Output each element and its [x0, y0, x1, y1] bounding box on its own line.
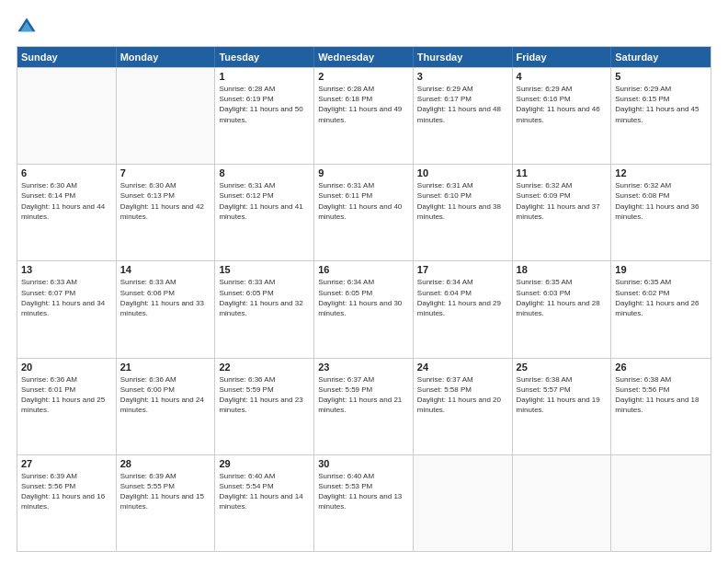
cell-detail: Sunrise: 6:29 AM Sunset: 6:17 PM Dayligh… — [417, 84, 508, 125]
cell-detail: Sunrise: 6:31 AM Sunset: 6:11 PM Dayligh… — [318, 180, 409, 222]
weekday-header: Thursday — [414, 47, 513, 67]
day-number: 3 — [417, 71, 508, 82]
day-number: 8 — [219, 167, 310, 178]
calendar-row: 6Sunrise: 6:30 AM Sunset: 6:14 PM Daylig… — [17, 164, 711, 260]
day-number: 30 — [318, 458, 409, 469]
cell-detail: Sunrise: 6:29 AM Sunset: 6:16 PM Dayligh… — [517, 84, 608, 125]
calendar-cell: 9Sunrise: 6:31 AM Sunset: 6:11 PM Daylig… — [314, 165, 414, 260]
day-number: 14 — [120, 264, 211, 275]
day-number: 21 — [120, 362, 211, 373]
calendar-cell: 8Sunrise: 6:31 AM Sunset: 6:12 PM Daylig… — [215, 165, 314, 260]
day-number: 2 — [318, 71, 409, 82]
cell-detail: Sunrise: 6:36 AM Sunset: 6:00 PM Dayligh… — [120, 374, 211, 416]
day-number: 24 — [417, 362, 508, 373]
day-number: 10 — [417, 167, 508, 178]
calendar-row: 27Sunrise: 6:39 AM Sunset: 5:56 PM Dayli… — [17, 454, 711, 551]
day-number: 15 — [219, 264, 310, 275]
page: SundayMondayTuesdayWednesdayThursdayFrid… — [0, 0, 728, 563]
calendar-cell: 3Sunrise: 6:29 AM Sunset: 6:17 PM Daylig… — [414, 68, 513, 164]
calendar-cell — [513, 455, 612, 551]
cell-detail: Sunrise: 6:28 AM Sunset: 6:18 PM Dayligh… — [318, 84, 409, 125]
calendar-cell: 1Sunrise: 6:28 AM Sunset: 6:19 PM Daylig… — [215, 68, 314, 164]
cell-detail: Sunrise: 6:37 AM Sunset: 5:59 PM Dayligh… — [318, 374, 409, 416]
calendar-cell: 5Sunrise: 6:29 AM Sunset: 6:15 PM Daylig… — [611, 68, 711, 164]
weekday-header: Sunday — [17, 47, 117, 67]
calendar-cell: 21Sunrise: 6:36 AM Sunset: 6:00 PM Dayli… — [117, 359, 216, 454]
cell-detail: Sunrise: 6:32 AM Sunset: 6:09 PM Dayligh… — [517, 180, 608, 222]
calendar-cell — [17, 68, 117, 164]
cell-detail: Sunrise: 6:33 AM Sunset: 6:06 PM Dayligh… — [120, 277, 211, 318]
cell-detail: Sunrise: 6:40 AM Sunset: 5:53 PM Dayligh… — [318, 471, 409, 512]
calendar: SundayMondayTuesdayWednesdayThursdayFrid… — [17, 46, 711, 552]
day-number: 17 — [417, 264, 508, 275]
weekday-header: Friday — [513, 47, 612, 67]
weekday-header: Tuesday — [215, 47, 314, 67]
weekday-header: Monday — [117, 47, 216, 67]
cell-detail: Sunrise: 6:39 AM Sunset: 5:56 PM Dayligh… — [21, 471, 112, 512]
day-number: 26 — [615, 362, 707, 373]
weekday-header: Saturday — [611, 47, 711, 67]
header — [17, 17, 711, 37]
cell-detail: Sunrise: 6:34 AM Sunset: 6:05 PM Dayligh… — [318, 277, 409, 318]
calendar-cell: 26Sunrise: 6:38 AM Sunset: 5:56 PM Dayli… — [611, 359, 711, 454]
calendar-cell: 11Sunrise: 6:32 AM Sunset: 6:09 PM Dayli… — [513, 165, 612, 260]
calendar-row: 1Sunrise: 6:28 AM Sunset: 6:19 PM Daylig… — [17, 67, 711, 164]
calendar-cell: 15Sunrise: 6:33 AM Sunset: 6:05 PM Dayli… — [215, 261, 314, 357]
calendar-cell: 7Sunrise: 6:30 AM Sunset: 6:13 PM Daylig… — [117, 165, 216, 260]
logo — [17, 17, 40, 37]
day-number: 19 — [615, 264, 707, 275]
cell-detail: Sunrise: 6:40 AM Sunset: 5:54 PM Dayligh… — [219, 471, 310, 512]
day-number: 13 — [21, 264, 112, 275]
calendar-cell: 19Sunrise: 6:35 AM Sunset: 6:02 PM Dayli… — [611, 261, 711, 357]
cell-detail: Sunrise: 6:38 AM Sunset: 5:57 PM Dayligh… — [517, 374, 608, 416]
cell-detail: Sunrise: 6:35 AM Sunset: 6:02 PM Dayligh… — [615, 277, 707, 318]
cell-detail: Sunrise: 6:28 AM Sunset: 6:19 PM Dayligh… — [219, 84, 310, 125]
day-number: 25 — [517, 362, 608, 373]
cell-detail: Sunrise: 6:30 AM Sunset: 6:14 PM Dayligh… — [21, 180, 112, 222]
calendar-cell: 12Sunrise: 6:32 AM Sunset: 6:08 PM Dayli… — [611, 165, 711, 260]
day-number: 28 — [120, 458, 211, 469]
calendar-cell: 16Sunrise: 6:34 AM Sunset: 6:05 PM Dayli… — [314, 261, 414, 357]
cell-detail: Sunrise: 6:36 AM Sunset: 5:59 PM Dayligh… — [219, 374, 310, 416]
day-number: 29 — [219, 458, 310, 469]
calendar-cell: 24Sunrise: 6:37 AM Sunset: 5:58 PM Dayli… — [414, 359, 513, 454]
day-number: 12 — [615, 167, 707, 178]
day-number: 16 — [318, 264, 409, 275]
day-number: 1 — [219, 71, 310, 82]
calendar-cell: 29Sunrise: 6:40 AM Sunset: 5:54 PM Dayli… — [215, 455, 314, 551]
calendar-cell: 23Sunrise: 6:37 AM Sunset: 5:59 PM Dayli… — [314, 359, 414, 454]
calendar-cell: 13Sunrise: 6:33 AM Sunset: 6:07 PM Dayli… — [17, 261, 117, 357]
calendar-cell — [611, 455, 711, 551]
day-number: 9 — [318, 167, 409, 178]
weekday-header: Wednesday — [314, 47, 414, 67]
calendar-cell — [414, 455, 513, 551]
calendar-header: SundayMondayTuesdayWednesdayThursdayFrid… — [17, 47, 711, 67]
cell-detail: Sunrise: 6:39 AM Sunset: 5:55 PM Dayligh… — [120, 471, 211, 512]
calendar-cell: 20Sunrise: 6:36 AM Sunset: 6:01 PM Dayli… — [17, 359, 117, 454]
cell-detail: Sunrise: 6:35 AM Sunset: 6:03 PM Dayligh… — [517, 277, 608, 318]
calendar-cell: 25Sunrise: 6:38 AM Sunset: 5:57 PM Dayli… — [513, 359, 612, 454]
cell-detail: Sunrise: 6:31 AM Sunset: 6:10 PM Dayligh… — [417, 180, 508, 222]
calendar-cell: 4Sunrise: 6:29 AM Sunset: 6:16 PM Daylig… — [513, 68, 612, 164]
calendar-cell: 30Sunrise: 6:40 AM Sunset: 5:53 PM Dayli… — [314, 455, 414, 551]
calendar-cell — [117, 68, 216, 164]
cell-detail: Sunrise: 6:38 AM Sunset: 5:56 PM Dayligh… — [615, 374, 707, 416]
calendar-cell: 10Sunrise: 6:31 AM Sunset: 6:10 PM Dayli… — [414, 165, 513, 260]
calendar-body: 1Sunrise: 6:28 AM Sunset: 6:19 PM Daylig… — [17, 67, 711, 551]
cell-detail: Sunrise: 6:33 AM Sunset: 6:05 PM Dayligh… — [219, 277, 310, 318]
calendar-cell: 18Sunrise: 6:35 AM Sunset: 6:03 PM Dayli… — [513, 261, 612, 357]
cell-detail: Sunrise: 6:32 AM Sunset: 6:08 PM Dayligh… — [615, 180, 707, 222]
cell-detail: Sunrise: 6:31 AM Sunset: 6:12 PM Dayligh… — [219, 180, 310, 222]
day-number: 6 — [21, 167, 112, 178]
calendar-cell: 27Sunrise: 6:39 AM Sunset: 5:56 PM Dayli… — [17, 455, 117, 551]
day-number: 4 — [517, 71, 608, 82]
calendar-cell: 14Sunrise: 6:33 AM Sunset: 6:06 PM Dayli… — [117, 261, 216, 357]
calendar-cell: 2Sunrise: 6:28 AM Sunset: 6:18 PM Daylig… — [314, 68, 414, 164]
day-number: 11 — [517, 167, 608, 178]
day-number: 20 — [21, 362, 112, 373]
calendar-cell: 6Sunrise: 6:30 AM Sunset: 6:14 PM Daylig… — [17, 165, 117, 260]
day-number: 22 — [219, 362, 310, 373]
day-number: 5 — [615, 71, 707, 82]
day-number: 18 — [517, 264, 608, 275]
logo-icon — [17, 17, 37, 37]
